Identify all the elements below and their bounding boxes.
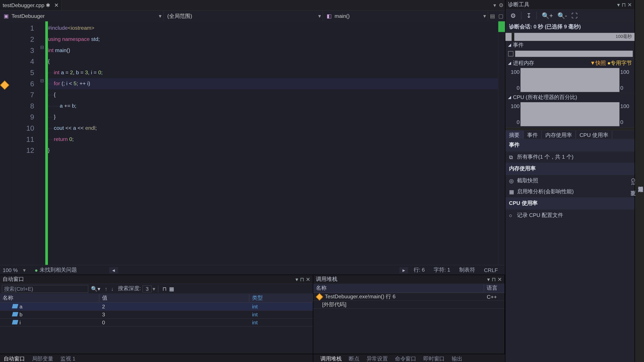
- search-input[interactable]: 搜索(Ctrl+E): [2, 285, 88, 293]
- class-selector[interactable]: ▣ TestDebuuger ▾: [0, 11, 164, 21]
- line-number-gutter: 123456789101112: [11, 21, 39, 265]
- events-toggle-icon[interactable]: [508, 51, 513, 56]
- gear-icon[interactable]: ⚙: [510, 12, 516, 19]
- variable-icon: [12, 320, 18, 324]
- status-eol: CRLF: [484, 267, 498, 273]
- close-icon[interactable]: ✕: [628, 2, 632, 8]
- memory-graph[interactable]: 1000 1000: [506, 67, 634, 93]
- tab-exception[interactable]: 异常设置: [363, 354, 391, 362]
- change-bar: [45, 21, 48, 265]
- timeline-cursor-icon: [512, 33, 514, 41]
- cpu-graph[interactable]: 1000 1000: [506, 101, 634, 127]
- zoom-in-icon[interactable]: 🔍+: [542, 12, 553, 19]
- nav-back-icon[interactable]: ◂: [109, 267, 118, 273]
- zoom-level[interactable]: 100 %: [2, 267, 18, 273]
- diag-title: 诊断工具: [508, 1, 529, 9]
- zoom-out-icon[interactable]: 🔍-: [558, 12, 567, 19]
- execution-pointer-icon: [0, 81, 10, 90]
- function-selector[interactable]: ◧ main() ▾: [323, 11, 488, 21]
- pin-icon[interactable]: ⊓: [622, 2, 626, 8]
- mem-header: 内存使用率: [506, 163, 634, 175]
- col-name[interactable]: 名称: [0, 294, 100, 302]
- close-icon[interactable]: ✕: [498, 276, 502, 282]
- stack-frame: [外部代码]: [313, 301, 504, 309]
- events-header: 事件: [506, 139, 634, 151]
- function-selector-label: main(): [334, 13, 350, 19]
- close-tab-icon[interactable]: ✕: [54, 2, 59, 8]
- prev-icon[interactable]: ↑: [105, 286, 107, 292]
- current-frame-icon: [316, 293, 323, 300]
- autos-grid[interactable]: a2int b3int i0int: [0, 303, 313, 353]
- close-icon[interactable]: ✕: [306, 276, 310, 282]
- collapse-icon[interactable]: ◢: [508, 95, 511, 100]
- panel-dropdown-icon[interactable]: ▾: [296, 276, 298, 282]
- tab-output[interactable]: 输出: [448, 354, 466, 362]
- settings-icon[interactable]: ⚙: [498, 2, 505, 8]
- heap-icon: ▦: [509, 189, 514, 195]
- class-selector-label: TestDebuuger: [12, 13, 45, 19]
- split-toggle-icon[interactable]: ▤: [488, 13, 496, 19]
- export-icon[interactable]: ↧: [526, 12, 532, 19]
- col-value[interactable]: 值: [100, 294, 250, 302]
- col-lang[interactable]: 语言: [484, 285, 504, 292]
- diag-tab-summary[interactable]: 摘要: [506, 131, 524, 139]
- breakpoint-gutter[interactable]: [0, 21, 11, 265]
- scope-selector[interactable]: (全局范围) ▾: [164, 11, 323, 21]
- scope-selector-label: (全局范围): [168, 12, 192, 20]
- var-row: i0int: [0, 319, 313, 327]
- code-editor[interactable]: #include<iostream> using namespace std; …: [48, 21, 498, 265]
- panel-dropdown-icon[interactable]: ▾: [487, 276, 490, 282]
- maximize-icon[interactable]: ▢: [496, 13, 505, 19]
- diag-tab-memory[interactable]: 内存使用率: [542, 131, 576, 139]
- zoom-dropdown-icon[interactable]: ▾: [23, 267, 26, 273]
- callstack-grid[interactable]: TestDebuuger.exe!main() 行 6C++ [外部代码]: [313, 293, 504, 354]
- dirty-indicator-icon: ✱: [46, 2, 50, 8]
- timeline-scale-label: 100毫秒: [616, 33, 632, 40]
- tree-tool-icon[interactable]: ▦: [169, 286, 174, 292]
- collapse-icon[interactable]: ◢: [508, 61, 511, 65]
- record-cpu-button[interactable]: ○记录 CPU 配置文件: [506, 210, 634, 221]
- search-icon[interactable]: 🔍▾: [91, 286, 100, 292]
- chevron-down-icon: ▾: [159, 13, 162, 19]
- depth-label: 搜索深度:: [118, 285, 141, 292]
- file-tab[interactable]: testDebugger.cpp ✱ ✕: [0, 0, 62, 10]
- tab-command[interactable]: 命令窗口: [391, 354, 420, 362]
- tab-callstack[interactable]: 调用堆栈: [317, 354, 345, 362]
- depth-dropdown-icon[interactable]: ▾: [152, 286, 155, 292]
- pin-icon[interactable]: ⊓: [492, 276, 496, 282]
- mem-section-title: 进程内存: [513, 59, 534, 67]
- tab-immediate[interactable]: 即时窗口: [420, 354, 448, 362]
- side-tab-git[interactable]: Git 更改: [629, 178, 637, 186]
- collapse-icon[interactable]: ◢: [508, 43, 511, 47]
- tab-breakpoints[interactable]: 断点: [345, 354, 363, 362]
- diag-tab-cpu[interactable]: CPU 使用率: [576, 131, 612, 139]
- diag-session-label: 诊断会话: 0 秒 (已选择 9 毫秒): [506, 21, 634, 33]
- class-icon: ▣: [4, 13, 10, 19]
- next-icon[interactable]: ↓: [111, 286, 114, 292]
- overview-ruler[interactable]: [498, 21, 505, 265]
- panel-dropdown-icon[interactable]: ▾: [617, 2, 620, 8]
- file-tab-label: testDebugger.cpp: [2, 2, 44, 8]
- depth-value[interactable]: 3: [143, 285, 152, 292]
- events-all-link[interactable]: ⧉所有事件(1 个，共 1 个): [506, 151, 634, 163]
- private-bytes-legend: ●专用字节: [607, 60, 632, 66]
- pin-tool-icon[interactable]: ⊓: [162, 286, 166, 292]
- heap-analysis-button[interactable]: ▦启用堆分析(会影响性能): [506, 186, 634, 197]
- tab-autos[interactable]: 自动窗口: [0, 354, 28, 362]
- cpu-header: CPU 使用率: [506, 197, 634, 210]
- snapshot-button[interactable]: ◎截取快照: [506, 175, 634, 186]
- diag-tab-events[interactable]: 事件: [524, 131, 542, 139]
- tab-watch[interactable]: 监视 1: [57, 354, 79, 362]
- pin-icon[interactable]: ⊓: [300, 276, 304, 282]
- col-type[interactable]: 类型: [250, 294, 313, 302]
- col-name[interactable]: 名称: [313, 285, 484, 292]
- tab-locals[interactable]: 局部变量: [28, 354, 57, 362]
- nav-fwd-icon[interactable]: ▸: [399, 267, 408, 273]
- chevron-down-icon: ▾: [318, 13, 321, 19]
- fold-gutter[interactable]: ⊟⊟: [39, 21, 45, 265]
- tab-overflow-icon[interactable]: ▾: [492, 2, 498, 8]
- chevron-down-icon: ▾: [483, 13, 486, 19]
- fitview-icon[interactable]: ⛶: [571, 12, 578, 19]
- diag-timeline[interactable]: 100毫秒: [506, 33, 634, 41]
- events-track[interactable]: [515, 51, 632, 57]
